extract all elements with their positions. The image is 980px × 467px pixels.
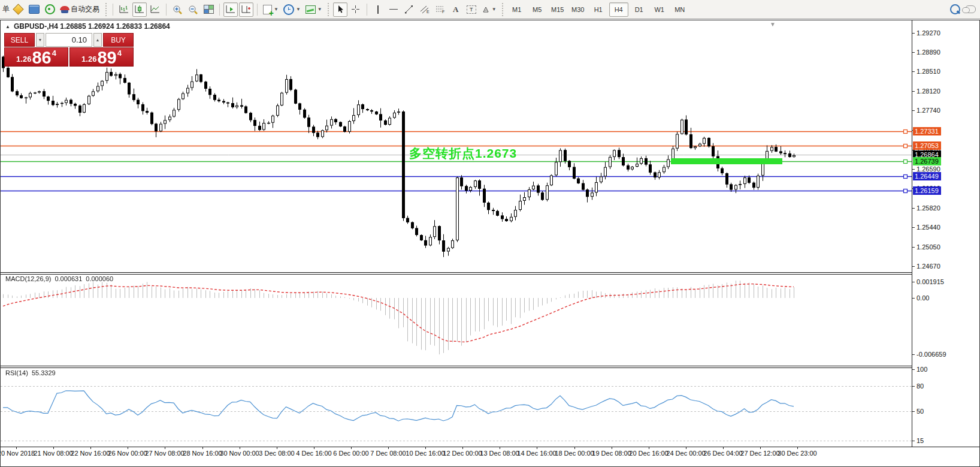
profiles-button[interactable] [27,2,41,17]
buy-button[interactable]: BUY [103,33,134,47]
time-axis-tick-mark [574,447,575,449]
time-tick-label: 7 Dec 08:00 [370,450,406,457]
zoom-out-button[interactable] [186,2,200,17]
price-axis-tick-mark [912,247,915,248]
fibonacci-tool-button[interactable]: F [433,2,447,17]
price-tick-label: 1.27740 [917,107,940,114]
candlestick-mode-button[interactable] [132,2,147,17]
timeframe-button-H1[interactable]: H1 [589,2,608,17]
collapse-triangle-icon[interactable]: ▲ [5,24,10,29]
periods-button[interactable]: ▼ [282,2,303,17]
time-axis-tick-mark [128,447,128,449]
svg-text:E: E [427,10,429,14]
time-tick-label: 26 Dec 04:00 [703,450,742,457]
timeframe-button-M15[interactable]: M15 [548,2,567,17]
macd-label: MACD(12,26,9) 0.000631 0.000060 [5,275,113,282]
signals-button[interactable] [43,2,57,17]
line-price-label: 1.26449 [913,172,941,180]
main-toolbar: 单 自动交易 ▼ [0,0,980,19]
price-tick-label: 1.25820 [917,204,940,212]
price-tick-label: 1.28120 [917,88,940,95]
mt4-terminal: 单 自动交易 ▼ [0,0,980,467]
timeframe-button-D1[interactable]: D1 [630,2,649,17]
trendline-tool-button[interactable] [402,2,416,17]
price-tick-label: 1.24670 [917,263,940,270]
arrows-icon [482,5,490,14]
time-axis[interactable]: 20 Nov 201821 Nov 08:0022 Nov 16:0026 No… [1,447,979,466]
timeframe-button-M5[interactable]: M5 [528,2,547,17]
price-axis-tick-mark [912,298,915,299]
chart-shift-button[interactable] [239,2,253,17]
equidistant-channel-tool-button[interactable]: E [418,2,432,17]
chart-shift-marker-icon[interactable]: ▼ [770,21,776,28]
timeframe-button-H4[interactable]: H4 [609,2,628,17]
time-axis-tick-mark [649,447,649,449]
text-tool-button[interactable]: A [449,2,463,17]
text-label-icon: T [467,5,476,14]
indicators-button[interactable]: ▼ [261,2,280,17]
price-axis-tick-mark [912,208,915,209]
volume-decrease-button[interactable]: ▼ [36,33,44,47]
rsi-canvas[interactable] [1,368,912,447]
time-axis-tick-mark [202,447,203,449]
rsi-axis-label: 50 [917,408,924,415]
line-chart-icon [150,5,160,14]
tile-windows-button[interactable] [201,2,216,17]
buy-price-button[interactable]: 1.26 89 4 [69,47,134,67]
timeframe-button-MN[interactable]: MN [670,2,689,17]
sell-price-button[interactable]: 1.26 86 4 [4,47,68,67]
timeframe-button-W1[interactable]: W1 [650,2,669,17]
search-button[interactable] [948,2,962,17]
zoom-in-button[interactable] [170,2,184,17]
price-axis-tick-mark [912,227,915,228]
timeframe-button-M30[interactable]: M30 [568,2,588,17]
rsi-axis-label: 80 [917,382,924,390]
gold-button[interactable] [11,2,26,17]
line-price-label: 1.26159 [913,186,941,195]
time-axis-tick-mark [612,447,612,449]
signals-icon [45,4,55,14]
line-chart-mode-button[interactable] [148,2,162,17]
profiles-icon [29,5,40,14]
volume-increase-button[interactable]: ▲ [93,33,102,47]
arrows-tool-button[interactable]: ▼ [480,2,498,17]
search-icon [950,4,960,14]
price-axis-tick-mark [912,33,915,34]
timeframe-button-M1[interactable]: M1 [507,2,527,17]
crosshair-tool-button[interactable] [349,2,363,17]
horizontal-line-tool-button[interactable] [386,2,401,17]
time-tick-label: 27 Nov 08:00 [145,450,184,457]
time-tick-label: 30 Dec 23:00 [778,450,816,457]
horizontal-line-icon [389,9,398,10]
price-axis-tick-mark [912,282,915,282]
price-axis[interactable]: 1.292701.288901.285101.281201.277401.273… [912,20,979,447]
time-axis-tick-mark [462,447,463,449]
text-label-tool-button[interactable]: T [464,2,479,17]
equidistant-channel-icon: E [420,5,429,14]
macd-axis-label: 0.001915 [917,278,944,285]
buy-price-prefix: 1.26 [81,55,96,64]
chevron-down-icon: ▼ [492,7,497,12]
auto-trading-button[interactable]: 自动交易 [58,2,101,17]
template-icon [306,5,316,14]
auto-scroll-button[interactable] [223,2,238,17]
line-price-label: 1.27053 [913,141,941,150]
community-button[interactable] [963,2,978,17]
time-axis-tick-mark [314,447,314,449]
bar-chart-mode-button[interactable] [117,2,131,17]
cursor-tool-button[interactable] [333,2,347,17]
new-order-button-fragment[interactable]: 单 [2,4,10,14]
sell-button[interactable]: SELL [4,33,35,47]
time-tick-label: 14 Dec 16:00 [517,450,556,457]
vertical-line-tool-button[interactable] [371,2,385,17]
volume-input[interactable]: 0.10 [46,33,92,47]
macd-axis-label: -0.006659 [917,351,946,358]
macd-canvas[interactable] [1,275,912,366]
time-axis-tick-mark [165,447,165,449]
price-axis-tick-mark [912,266,915,267]
templates-button[interactable]: ▼ [304,2,324,17]
price-tick-label: 1.25050 [917,243,940,251]
price-tick-label: 1.28890 [917,49,940,56]
chart-annotation[interactable]: 多空转折点1.2673 [409,145,517,162]
cursor-icon [336,5,344,14]
